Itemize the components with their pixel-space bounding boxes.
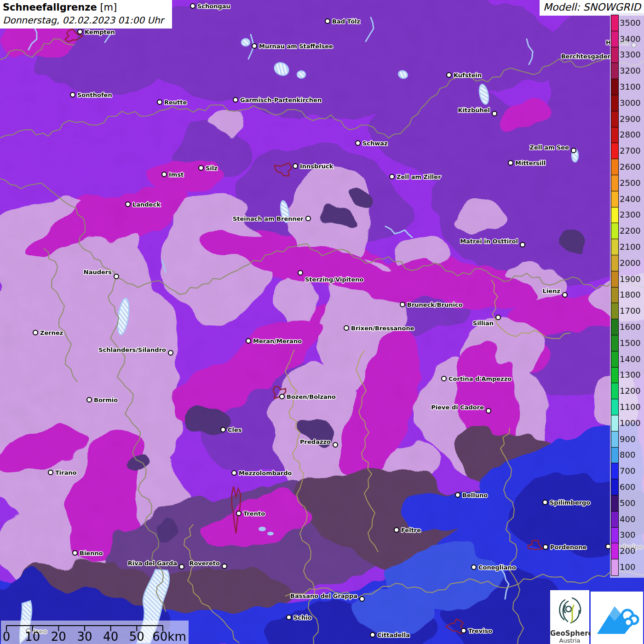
colorbar-swatch [611,159,618,175]
city-dot [461,628,466,633]
city-label: Garmisch-Partenkirchen [240,97,322,104]
city-dot [199,166,203,170]
colorbar-swatch [611,399,618,415]
colorbar-swatch [611,351,618,368]
colorbar-swatch [611,255,618,271]
screenshot-root: SchongauBad TölzKemptenMurnau am Staffel… [0,0,644,644]
colorbar-swatch [611,319,618,335]
scalebar-label: 60km [152,630,186,644]
city: Conegliano [472,564,516,571]
city-label: Cles [228,426,242,433]
colorbar-swatch [611,335,618,351]
colorbar-value: 2800 [620,127,644,143]
colorbar-swatch [611,415,618,431]
colorbar-value: 2600 [620,159,644,175]
city-dot [344,326,349,330]
colorbar-value: 600 [620,479,644,495]
city-label: Zell am Ziller [397,173,441,180]
colorbar-value: 500 [620,495,644,511]
colorbar-swatch [611,95,618,111]
geosphere-contour-icon [550,590,589,627]
city-dot [447,73,451,77]
city-label: Sillian [473,320,494,327]
city: Garmisch-Partenkirchen [233,97,322,104]
city: Meran/Merano [246,338,302,345]
lake [267,532,274,535]
colorbar-swatch [611,223,618,239]
city-dot [179,564,184,569]
colorbar-swatch [611,175,618,191]
city-label: Trento [243,510,265,517]
city-label: Landeck [132,201,161,208]
city-label: Predazzo [300,438,331,445]
colorbar-value: 2100 [620,239,644,255]
partner-logo [591,592,643,644]
colorbar-value: 700 [620,463,644,479]
colorbar-swatch [611,207,618,224]
scalebar-label: 10 [25,630,40,644]
model-label: Modell: SNOWGRID [543,1,641,13]
colorbar-swatch [611,559,618,575]
city-label: Kufstein [454,72,482,79]
map-datetime: Donnerstag, 02.02.2023 01:00 Uhr [3,14,169,27]
city-dot [390,174,394,179]
geosphere-logo-subtext: Austria [550,637,589,644]
city-dot [190,4,195,8]
city-label: Brixen/Bressanone [351,325,414,332]
city-dot [252,44,257,48]
colorbar-legend: 3500340033003200310030002900280027002600… [610,13,644,578]
scalebar-ruler: 0102030405060km [1,621,189,644]
city-dot [280,394,284,399]
colorbar-value: 1500 [620,335,644,351]
city-dot [73,551,77,555]
colorbar-value: 1800 [620,287,644,303]
city-label: Reutte [164,99,187,106]
city-label: Imst [169,171,184,178]
scalebar-label: 50 [129,630,144,644]
scalebar-label: 30 [77,630,92,644]
city-dot [306,216,310,221]
city-dot [400,302,405,307]
city: Bruneck/Brunico [400,301,463,308]
weather-map: SchongauBad TölzKemptenMurnau am Staffel… [0,0,644,644]
city-label: Bassano del Grappa [290,592,357,599]
city-dot [333,443,338,447]
colorbar-swatch [611,127,618,144]
colorbar-swatch [611,512,618,528]
city-label: Berchtesgaden [561,53,612,60]
colorbar-value: 3100 [620,79,644,95]
city-dot [232,471,236,475]
colorbar-swatch [611,463,618,479]
city-label: Schio [293,614,312,621]
colorbar-swatch [611,239,618,255]
colorbar-value: 400 [620,511,644,527]
city-label: Schwaz [362,140,388,147]
city-label: Murnau am Staffelsee [259,43,333,50]
colorbar-value: 2900 [620,111,644,127]
city-dot [571,148,576,153]
geosphere-logo: GeoSphere Austria [550,590,589,644]
scalebar-panel: 0102030405060km [1,621,189,644]
city: Mezzolombardo [232,470,292,477]
scalebar-label: 40 [103,630,118,644]
city-label: Cittadella [377,632,410,638]
city-dot [508,161,513,165]
city-label: Bad Tölz [332,18,360,25]
city-label: Bozen/Bolzano [287,393,336,400]
colorbar-swatch [611,528,618,544]
city: Spilimbergo [543,499,590,506]
city-dot [455,493,460,497]
colorbar-value: 900 [620,431,644,447]
map-title-unit: [m] [100,2,117,13]
city: Murnau am Staffelsee [252,43,333,50]
city-label: Riva del Garda [128,560,177,567]
city: Brixen/Bressanone [344,325,414,332]
city-dot [246,339,251,343]
city: Berchtesgaden [561,53,612,60]
city: Zell am Ziller [390,173,441,180]
map-title: Schneefallgrenze [3,2,97,13]
city-label: Zell am See [529,144,569,151]
colorbar-value: 1400 [620,351,644,367]
colorbar-swatch [611,47,618,63]
city-label: Cortina d'Ampezzo [448,375,512,382]
